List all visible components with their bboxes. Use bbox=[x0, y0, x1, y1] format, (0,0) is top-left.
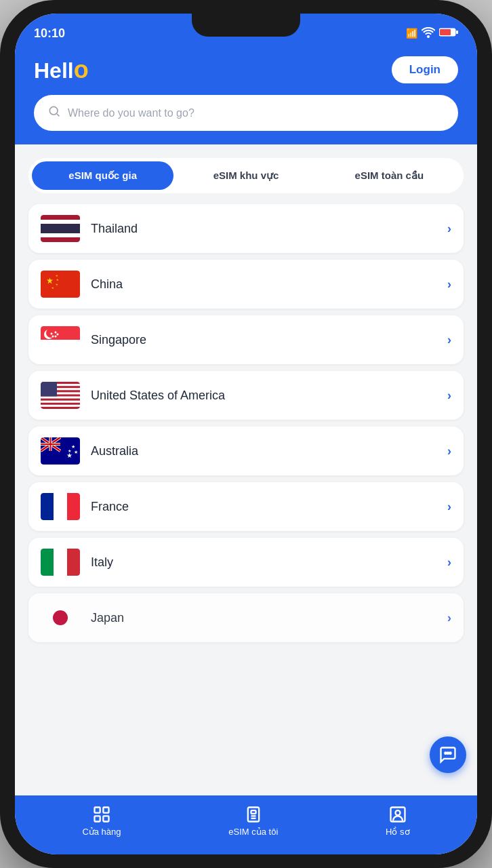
svg-rect-29 bbox=[41, 382, 57, 397]
flag-france bbox=[41, 493, 80, 520]
notch bbox=[192, 14, 300, 37]
country-name-france: France bbox=[91, 500, 436, 514]
svg-rect-59 bbox=[251, 810, 255, 814]
wifi-icon bbox=[422, 27, 435, 40]
chevron-icon-usa: › bbox=[447, 389, 451, 403]
svg-rect-6 bbox=[41, 224, 80, 233]
country-name-australia: Australia bbox=[91, 444, 436, 458]
nav-profile-label: Hồ sơ bbox=[386, 827, 410, 837]
svg-point-20 bbox=[52, 336, 54, 338]
status-icons: 📶 bbox=[406, 27, 458, 40]
tab-national[interactable]: eSIM quốc gia bbox=[32, 161, 173, 190]
chevron-icon-china: › bbox=[447, 277, 451, 292]
svg-rect-44 bbox=[54, 493, 67, 520]
svg-point-21 bbox=[51, 333, 53, 335]
store-icon bbox=[92, 805, 111, 824]
country-item-china[interactable]: China › bbox=[28, 260, 464, 309]
tab-global[interactable]: eSIM toàn cầu bbox=[319, 161, 460, 190]
country-item-italy[interactable]: Italy › bbox=[28, 538, 464, 587]
chevron-icon-australia: › bbox=[447, 444, 451, 458]
svg-rect-38 bbox=[50, 437, 52, 451]
phone-screen: 10:10 📶 bbox=[15, 14, 477, 854]
svg-point-50 bbox=[53, 610, 68, 625]
flag-thailand bbox=[41, 215, 80, 242]
tab-regional[interactable]: eSIM khu vực bbox=[175, 161, 316, 190]
svg-rect-7 bbox=[41, 271, 80, 298]
search-placeholder: Where do you want to go? bbox=[68, 107, 194, 119]
flag-japan bbox=[41, 604, 80, 631]
country-name-china: China bbox=[91, 277, 436, 292]
svg-point-52 bbox=[447, 753, 449, 754]
svg-rect-43 bbox=[41, 493, 54, 520]
svg-point-53 bbox=[449, 753, 451, 754]
country-item-australia[interactable]: ★ ★ ★ ★ Australia › bbox=[28, 427, 464, 475]
search-bar[interactable]: Where do you want to go? bbox=[34, 95, 458, 131]
svg-point-18 bbox=[57, 334, 59, 336]
svg-rect-46 bbox=[41, 549, 54, 576]
svg-rect-14 bbox=[41, 340, 80, 353]
svg-point-17 bbox=[55, 332, 57, 334]
signal-icon: 📶 bbox=[406, 28, 417, 39]
nav-profile[interactable]: Hồ sơ bbox=[386, 805, 410, 837]
status-time: 10:10 bbox=[34, 26, 65, 41]
country-list: Thailand › Chi bbox=[15, 204, 477, 642]
svg-rect-45 bbox=[67, 493, 80, 520]
profile-icon bbox=[388, 805, 407, 824]
svg-text:★: ★ bbox=[74, 450, 78, 454]
chevron-icon-italy: › bbox=[447, 555, 451, 570]
flag-australia: ★ ★ ★ ★ bbox=[41, 437, 80, 465]
country-name-usa: United States of America bbox=[91, 389, 436, 403]
float-support-button[interactable] bbox=[430, 736, 466, 773]
search-icon bbox=[47, 104, 61, 121]
country-name-italy: Italy bbox=[91, 555, 436, 570]
content-area: eSIM quốc gia eSIM khu vực eSIM toàn cầu bbox=[15, 144, 477, 795]
header: Hello Login Where do you want to go? bbox=[15, 49, 477, 144]
nav-store-label: Cửa hàng bbox=[82, 827, 121, 837]
svg-rect-27 bbox=[41, 401, 80, 403]
flag-china bbox=[41, 271, 80, 298]
svg-point-51 bbox=[445, 753, 446, 754]
country-item-singapore[interactable]: Singapore › bbox=[28, 315, 464, 364]
svg-point-63 bbox=[395, 810, 400, 815]
country-item-usa[interactable]: United States of America › bbox=[28, 371, 464, 420]
chevron-icon-singapore: › bbox=[447, 333, 451, 347]
country-item-france[interactable]: France › bbox=[28, 482, 464, 531]
nav-esim[interactable]: eSIM của tôi bbox=[228, 805, 278, 837]
svg-rect-26 bbox=[41, 397, 80, 399]
status-bar: 10:10 📶 bbox=[15, 14, 477, 49]
bottom-nav: Cửa hàng eSIM của tôi bbox=[15, 795, 477, 854]
tab-bar: eSIM quốc gia eSIM khu vực eSIM toàn cầu bbox=[28, 158, 464, 193]
svg-point-19 bbox=[55, 336, 57, 338]
battery-icon bbox=[439, 27, 458, 39]
country-name-thailand: Thailand bbox=[91, 222, 436, 236]
phone-frame: 10:10 📶 bbox=[0, 0, 492, 868]
flag-singapore bbox=[41, 326, 80, 353]
svg-rect-47 bbox=[54, 549, 67, 576]
chevron-icon-thailand: › bbox=[447, 222, 451, 236]
esim-icon bbox=[244, 805, 263, 824]
nav-esim-label: eSIM của tôi bbox=[228, 827, 278, 837]
svg-rect-28 bbox=[41, 405, 80, 407]
chevron-icon-france: › bbox=[447, 500, 451, 514]
nav-store[interactable]: Cửa hàng bbox=[82, 805, 121, 837]
app-title: Hello bbox=[34, 56, 89, 84]
login-button[interactable]: Login bbox=[392, 56, 458, 83]
chevron-icon-japan: › bbox=[447, 611, 451, 625]
svg-rect-2 bbox=[456, 31, 458, 34]
svg-text:★: ★ bbox=[68, 449, 71, 453]
svg-rect-1 bbox=[440, 29, 451, 35]
svg-rect-48 bbox=[67, 549, 80, 576]
country-name-japan: Japan bbox=[91, 611, 436, 625]
header-row: Hello Login bbox=[34, 56, 458, 84]
svg-rect-56 bbox=[94, 816, 100, 821]
svg-rect-54 bbox=[94, 808, 100, 813]
flag-usa bbox=[41, 382, 80, 409]
svg-text:★: ★ bbox=[71, 444, 75, 449]
svg-point-3 bbox=[49, 106, 58, 115]
country-name-singapore: Singapore bbox=[91, 333, 436, 347]
flag-italy bbox=[41, 549, 80, 576]
svg-rect-57 bbox=[103, 816, 108, 821]
country-item-japan[interactable]: Japan › bbox=[28, 593, 464, 642]
svg-rect-55 bbox=[103, 808, 108, 813]
country-item-thailand[interactable]: Thailand › bbox=[28, 204, 464, 253]
